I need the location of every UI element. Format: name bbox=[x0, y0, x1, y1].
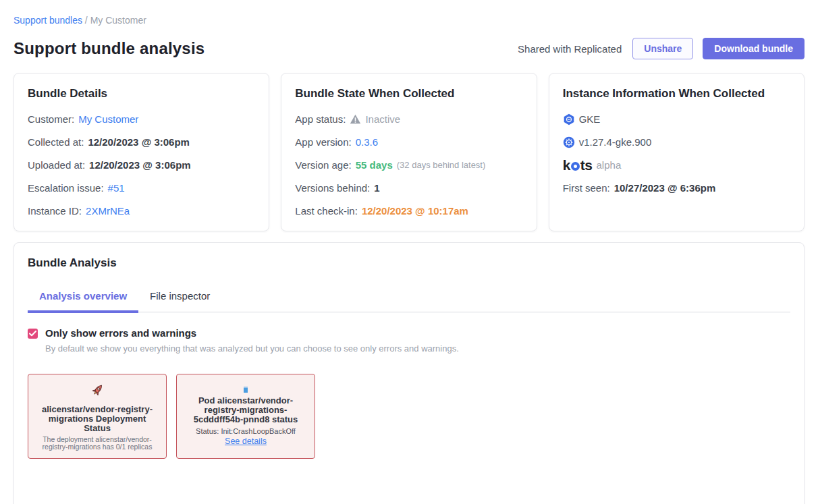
kots-row: kts alpha bbox=[563, 159, 790, 171]
only-errors-checkbox[interactable] bbox=[28, 329, 38, 339]
escalation-issue-row: Escalation issue: #51 bbox=[28, 181, 255, 194]
app-status-value: Inactive bbox=[365, 113, 400, 125]
error-message: The deployment alicenstar/vendor-registr… bbox=[34, 436, 160, 451]
last-checkin-row: Last check-in: 12/20/2023 @ 10:17am bbox=[295, 204, 522, 217]
version-age-note: (32 days behind latest) bbox=[397, 159, 486, 171]
app-version-row: App version: 0.3.6 bbox=[295, 136, 522, 148]
instance-id-label: Instance ID: bbox=[28, 204, 82, 217]
breadcrumb: Support bundles / My Customer bbox=[13, 15, 805, 26]
support-bundle-page: Support bundles / My Customer Support bu… bbox=[0, 0, 818, 504]
error-title: Pod alicenstar/vendor-registry-migration… bbox=[183, 396, 308, 424]
filter-text: Only show errors and warnings By default… bbox=[45, 327, 459, 354]
breadcrumb-support-bundles-link[interactable]: Support bundles bbox=[13, 15, 82, 26]
bundle-details-title: Bundle Details bbox=[28, 87, 255, 101]
app-version-link[interactable]: 0.3.6 bbox=[356, 136, 378, 148]
bundle-analysis-card: Bundle Analysis Analysis overview File i… bbox=[13, 242, 805, 504]
gke-icon bbox=[563, 113, 575, 125]
distribution-value: GKE bbox=[579, 113, 601, 125]
distribution-row: GKE bbox=[563, 113, 790, 125]
bundle-state-title: Bundle State When Collected bbox=[295, 87, 522, 101]
shared-status-text: Shared with Replicated bbox=[518, 43, 622, 55]
kots-logo: kts bbox=[563, 159, 593, 171]
pod-status-error-card[interactable]: Pod alicenstar/vendor-registry-migration… bbox=[176, 374, 315, 459]
rocket-icon bbox=[89, 383, 105, 401]
uploaded-at-label: Uploaded at: bbox=[28, 159, 85, 171]
kubernetes-icon bbox=[563, 136, 575, 148]
collected-at-label: Collected at: bbox=[28, 136, 84, 148]
version-age-label: Version age: bbox=[295, 159, 351, 171]
customer-row: Customer: My Customer bbox=[28, 113, 255, 125]
app-status-row: App status: Inactive bbox=[295, 113, 522, 125]
first-seen-value: 10/27/2023 @ 6:36pm bbox=[614, 181, 716, 194]
instance-info-card: Instance Information When Collected GKE … bbox=[549, 73, 805, 231]
error-status: Status: Init:CrashLoopBackOff bbox=[196, 427, 296, 435]
download-bundle-button[interactable]: Download bundle bbox=[703, 38, 805, 59]
breadcrumb-current: My Customer bbox=[90, 15, 146, 26]
bundle-state-card: Bundle State When Collected App status: … bbox=[281, 73, 537, 231]
versions-behind-value: 1 bbox=[374, 181, 379, 194]
uploaded-at-value: 12/20/2023 @ 3:06pm bbox=[89, 159, 191, 171]
filter-description: By default we show you everything that w… bbox=[45, 343, 459, 354]
kots-o-icon bbox=[571, 162, 580, 171]
escalation-issue-link[interactable]: #51 bbox=[108, 181, 125, 194]
collected-at-value: 12/20/2023 @ 3:06pm bbox=[88, 136, 190, 148]
pod-icon bbox=[244, 387, 248, 393]
warning-icon bbox=[350, 114, 361, 124]
deployment-status-error-card[interactable]: alicenstar/vendor-registry-migrations De… bbox=[28, 374, 167, 459]
bundle-details-card: Bundle Details Customer: My Customer Col… bbox=[13, 73, 269, 231]
version-age-value: 55 days bbox=[356, 159, 393, 171]
app-status-label: App status: bbox=[295, 113, 346, 125]
versions-behind-label: Versions behind: bbox=[295, 181, 370, 194]
last-checkin-label: Last check-in: bbox=[295, 204, 358, 217]
instance-id-row: Instance ID: 2XMrNEa bbox=[28, 204, 255, 217]
instance-info-title: Instance Information When Collected bbox=[563, 87, 790, 101]
k8s-version-row: v1.27.4-gke.900 bbox=[563, 136, 790, 148]
uploaded-at-row: Uploaded at: 12/20/2023 @ 3:06pm bbox=[28, 159, 255, 171]
tab-analysis-overview[interactable]: Analysis overview bbox=[28, 290, 138, 313]
analysis-tabs: Analysis overview File inspector bbox=[28, 290, 790, 312]
customer-label: Customer: bbox=[28, 113, 74, 125]
collected-at-row: Collected at: 12/20/2023 @ 3:06pm bbox=[28, 136, 255, 148]
k8s-version-value: v1.27.4-gke.900 bbox=[579, 136, 652, 148]
first-seen-label: First seen: bbox=[563, 181, 610, 194]
error-title: alicenstar/vendor-registry-migrations De… bbox=[34, 405, 160, 433]
info-cards-row: Bundle Details Customer: My Customer Col… bbox=[13, 73, 805, 231]
instance-id-link[interactable]: 2XMrNEa bbox=[86, 204, 130, 217]
customer-link[interactable]: My Customer bbox=[78, 113, 138, 125]
first-seen-row: First seen: 10/27/2023 @ 6:36pm bbox=[563, 181, 790, 194]
page-header: Support bundle analysis Shared with Repl… bbox=[13, 38, 805, 59]
page-title: Support bundle analysis bbox=[13, 39, 204, 58]
last-checkin-value: 12/20/2023 @ 10:17am bbox=[362, 204, 468, 217]
checkmark-icon bbox=[29, 331, 36, 337]
escalation-issue-label: Escalation issue: bbox=[28, 181, 104, 194]
version-age-row: Version age: 55 days (32 days behind lat… bbox=[295, 159, 522, 171]
unshare-button[interactable]: Unshare bbox=[632, 38, 693, 59]
breadcrumb-separator: / bbox=[85, 15, 90, 26]
header-actions: Shared with Replicated Unshare Download … bbox=[518, 38, 805, 59]
versions-behind-row: Versions behind: 1 bbox=[295, 181, 522, 194]
errors-filter: Only show errors and warnings By default… bbox=[28, 327, 790, 354]
kots-channel: alpha bbox=[597, 159, 622, 171]
bundle-analysis-title: Bundle Analysis bbox=[28, 256, 790, 270]
app-version-label: App version: bbox=[295, 136, 351, 148]
tab-file-inspector[interactable]: File inspector bbox=[138, 290, 221, 312]
see-details-link[interactable]: See details bbox=[225, 437, 267, 446]
error-cards-row: alicenstar/vendor-registry-migrations De… bbox=[28, 374, 790, 459]
filter-label[interactable]: Only show errors and warnings bbox=[45, 327, 459, 339]
